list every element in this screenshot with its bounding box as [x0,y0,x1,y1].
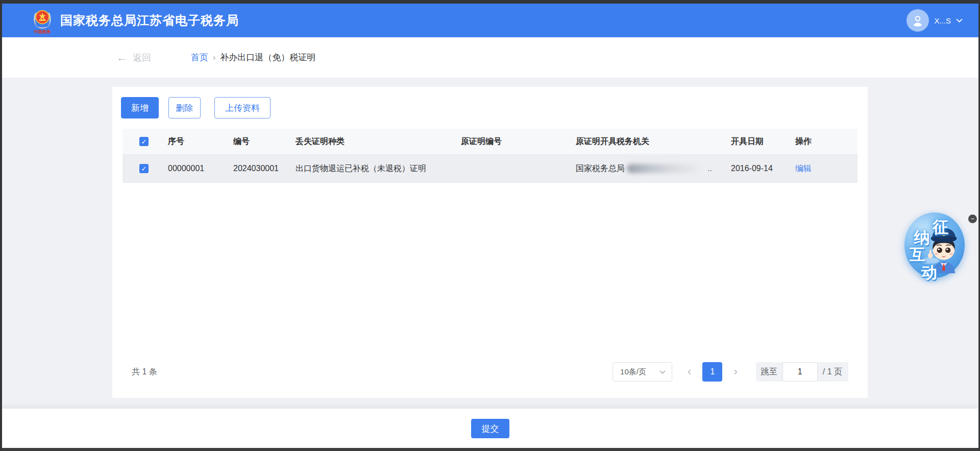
assistant-circle[interactable]: 征 纳 互 动 [904,212,965,278]
col-authority: 原证明开具税务机关 [576,136,731,147]
breadcrumb-home-link[interactable]: 首页 [191,52,208,63]
breadcrumb-bar: ← 返回 首页 › 补办出口退（免）税证明 [2,37,978,78]
next-page-button[interactable]: › [730,366,740,377]
footer-bar: 提交 [2,409,978,448]
cell-cert-type: 出口货物退运已补税（未退税）证明 [296,163,461,174]
table-row: 00000001 2024030001 出口货物退运已补税（未退税）证明 国家税… [122,155,857,183]
add-button[interactable]: 新增 [121,97,159,118]
cell-seq: 00000001 [168,164,233,173]
toolbar: 新增 删除 上传资料 [121,97,271,118]
logo-caption: 中国税务 [34,29,52,34]
edit-link[interactable]: 编辑 [795,164,812,173]
cell-issue-date: 2016-09-14 [731,164,795,173]
page-size-value: 10条/页 [620,367,646,377]
col-cert-type: 丢失证明种类 [296,136,461,147]
authority-ellipsis: .. [707,164,712,173]
select-chevron-down-icon [659,370,666,374]
submit-button[interactable]: 提交 [471,419,509,438]
main-card: 新增 删除 上传资料 序号 编号 丢失证明种类 原证明编号 原证明开具税务机关 … [112,87,868,398]
breadcrumb: 首页 › 补办出口退（免）税证明 [191,52,315,63]
breadcrumb-current: 补办出口退（免）税证明 [220,52,315,63]
upload-materials-button[interactable]: 上传资料 [214,97,271,118]
page-jump-input[interactable] [782,362,818,382]
user-menu[interactable]: X...S [906,9,963,32]
col-action: 操作 [795,136,857,147]
back-arrow-icon: ← [116,52,128,63]
breadcrumb-separator: › [213,53,215,62]
assistant-char: 征 [933,217,948,238]
app-header: 中国税务 国家税务总局江苏省电子税务局 X...S [2,4,978,37]
col-issue-date: 开具日期 [731,136,795,147]
select-all-checkbox[interactable] [139,137,149,146]
pagination-bar: 共 1 条 10条/页 ‹ 1 › 跳至 / 1 页 [132,362,848,382]
redacted-authority-blur [627,164,703,173]
prev-page-button[interactable]: ‹ [684,366,694,377]
page-title: 国家税务总局江苏省电子税务局 [60,12,239,29]
tax-assistant-widget[interactable]: 征 纳 互 动 [896,206,980,290]
chevron-down-icon[interactable] [956,18,963,22]
widget-collapse-button[interactable]: − [968,215,977,223]
total-count-label: 共 1 条 [132,367,157,377]
current-page-button[interactable]: 1 [702,362,722,382]
back-label: 返回 [133,52,151,64]
assistant-char: 动 [921,262,937,283]
page-jump-group: 跳至 / 1 页 [756,362,848,382]
username-label: X...S [934,16,951,25]
certificates-table: 序号 编号 丢失证明种类 原证明编号 原证明开具税务机关 开具日期 操作 000… [122,129,857,183]
cell-authority: 国家税务总局 .. [576,163,731,174]
page-size-select[interactable]: 10条/页 [612,362,672,382]
delete-button[interactable]: 删除 [168,97,201,118]
col-number: 编号 [233,136,296,147]
user-icon [911,14,924,27]
back-button[interactable]: ← 返回 [116,52,151,64]
table-header-row: 序号 编号 丢失证明种类 原证明编号 原证明开具税务机关 开具日期 操作 [122,129,857,155]
cell-number: 2024030001 [233,164,296,173]
avatar[interactable] [906,9,929,32]
authority-text: 国家税务总局 [576,163,625,174]
col-seq: 序号 [168,136,233,147]
jump-label: 跳至 [761,367,777,377]
col-orig-number: 原证明编号 [461,136,576,147]
row-checkbox[interactable] [139,164,149,173]
tax-bureau-logo-icon: 中国税务 [31,7,54,34]
total-pages-label: / 1 页 [823,367,842,377]
